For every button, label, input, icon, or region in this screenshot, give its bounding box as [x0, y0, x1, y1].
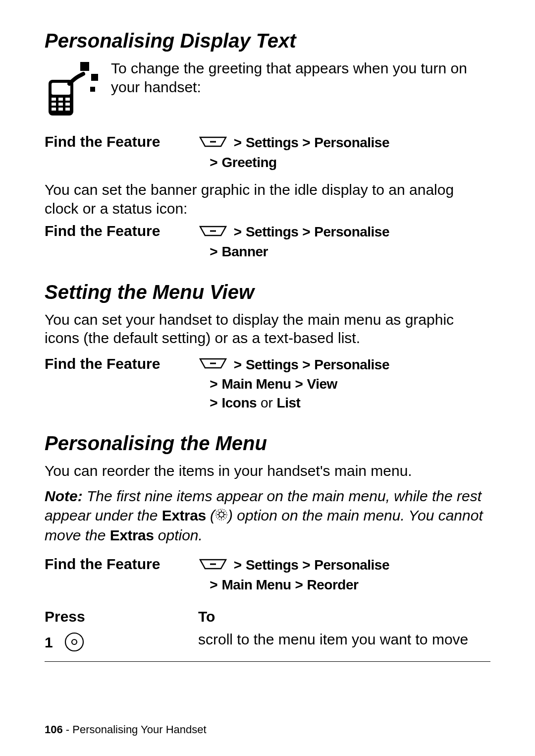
extras-icon: [215, 507, 228, 525]
find-feature-label: Find the Feature: [45, 223, 198, 239]
banner-text: You can set the banner graphic in the id…: [45, 180, 490, 218]
press-table: Press To 1 scroll to the menu item you w…: [45, 608, 490, 662]
press-header: Press: [45, 608, 198, 628]
svg-point-20: [65, 633, 83, 651]
svg-rect-9: [58, 108, 63, 111]
heading-setting-menu-view: Setting the Menu View: [45, 281, 490, 303]
svg-rect-1: [52, 83, 70, 95]
svg-rect-7: [65, 103, 70, 106]
heading-personalising-display-text: Personalising Display Text: [45, 30, 490, 52]
svg-rect-10: [65, 108, 70, 111]
nav-path-view: > Settings > Personalise > Main Menu > V…: [198, 355, 389, 412]
svg-rect-2: [52, 98, 56, 101]
reorder-text: You can reorder the items in your handse…: [45, 462, 490, 480]
table-row: 1 scroll to the menu item you want to mo…: [45, 628, 490, 662]
menu-key-icon: [198, 224, 228, 242]
intro-text: To change the greeting that appears when…: [111, 59, 490, 96]
svg-rect-13: [90, 87, 95, 92]
find-feature-label: Find the Feature: [45, 355, 198, 372]
svg-rect-12: [91, 74, 98, 81]
nav-path-greeting: > Settings > Personalise > Greeting: [198, 133, 389, 172]
svg-point-21: [72, 640, 77, 644]
svg-rect-11: [80, 62, 89, 71]
menu-key-icon: [198, 356, 228, 375]
nav-path-reorder: > Settings > Personalise > Main Menu > R…: [198, 556, 389, 594]
heading-personalising-menu: Personalising the Menu: [45, 432, 490, 455]
menu-view-text: You can set your handset to display the …: [45, 310, 490, 348]
svg-rect-8: [52, 108, 56, 111]
step-number: 1: [45, 634, 59, 651]
handset-icon: [45, 59, 99, 118]
svg-rect-4: [65, 98, 70, 101]
menu-key-icon: [198, 557, 228, 576]
find-feature-label: Find the Feature: [45, 556, 198, 573]
svg-rect-6: [58, 103, 63, 106]
page-footer: 106 - Personalising Your Handset: [45, 723, 207, 736]
nav-path-banner: > Settings > Personalise > Banner: [198, 223, 389, 261]
step-description: scroll to the menu item you want to move: [198, 628, 490, 662]
note-text: Note: The first nine items appear on the…: [45, 487, 490, 545]
nav-key-icon: [63, 631, 85, 656]
svg-rect-3: [58, 98, 63, 101]
find-feature-label: Find the Feature: [45, 133, 198, 150]
menu-key-icon: [198, 134, 228, 153]
to-header: To: [198, 608, 490, 628]
svg-rect-5: [52, 103, 56, 106]
